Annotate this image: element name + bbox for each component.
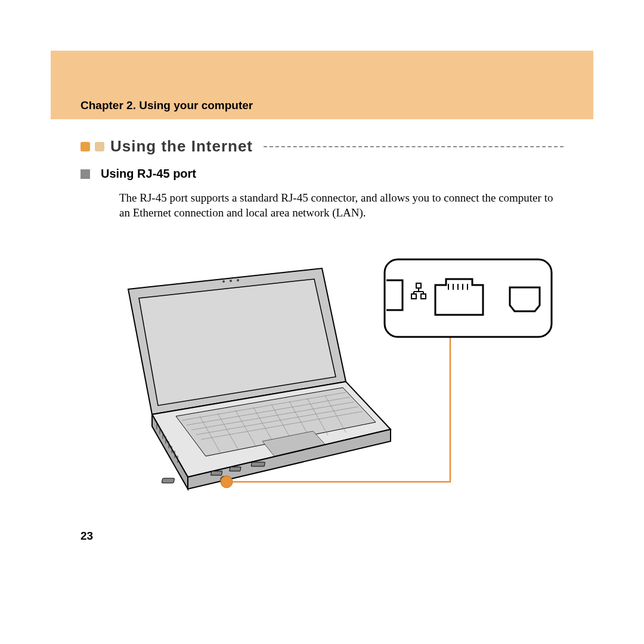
subsection-title: Using RJ-45 port [101, 167, 196, 181]
svg-rect-35 [251, 462, 265, 466]
bullet-orange-icon [80, 142, 90, 151]
svg-point-4 [237, 279, 239, 281]
laptop-diagram [80, 250, 564, 513]
chapter-title: Chapter 2. Using your computer [80, 99, 253, 112]
rj45-port-callout [385, 259, 552, 337]
callout-marker-icon [221, 476, 233, 488]
rj45-port-icon [435, 279, 483, 315]
section-heading-row: Using the Internet [80, 137, 564, 156]
subsection-heading-row: Using RJ-45 port [80, 167, 196, 181]
chapter-banner: Chapter 2. Using your computer [51, 51, 593, 119]
side-port-icon [510, 287, 540, 311]
svg-rect-44 [421, 294, 426, 299]
bullet-sand-icon [95, 142, 104, 151]
subsection-body: The RJ-45 port supports a standard RJ-45… [119, 191, 561, 220]
dash-divider [264, 146, 564, 147]
svg-rect-42 [416, 283, 421, 288]
section-title: Using the Internet [110, 137, 253, 156]
svg-rect-43 [411, 294, 416, 299]
bullet-square-icon [80, 169, 90, 179]
svg-point-2 [222, 280, 225, 283]
svg-rect-34 [230, 467, 241, 471]
page-number: 23 [80, 530, 93, 543]
svg-point-3 [230, 280, 232, 282]
svg-rect-33 [211, 471, 222, 475]
svg-rect-31 [162, 478, 174, 483]
